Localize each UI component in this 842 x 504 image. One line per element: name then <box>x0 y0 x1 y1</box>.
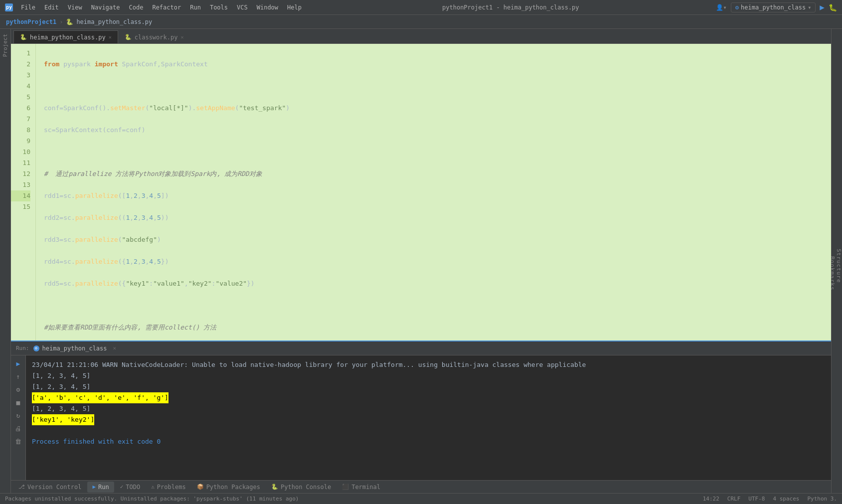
charset-indicator[interactable]: UTF-8 <box>748 496 765 502</box>
line-ending-indicator[interactable]: CRLF <box>727 496 741 502</box>
code-line-5 <box>44 147 831 158</box>
output-line-8: Process finished with exit code 0 <box>32 436 825 447</box>
tab-python-console[interactable]: 🐍 Python Console <box>266 482 336 493</box>
menu-code[interactable]: Code <box>125 3 148 12</box>
language-indicator[interactable]: Python 3. <box>807 496 837 502</box>
tab-version-control[interactable]: ⎇ Version Control <box>13 482 86 493</box>
line-num-10: 10 <box>11 147 30 158</box>
tab-python-packages[interactable]: 📦 Python Packages <box>192 482 265 493</box>
profile-icon[interactable]: 👤▾ <box>716 4 727 11</box>
run-config-dropdown[interactable]: ⚙ heima_python_class ▾ <box>731 2 816 12</box>
indent-indicator[interactable]: 4 spaces <box>773 496 799 502</box>
run-tab-label: heima_python_class <box>42 345 107 352</box>
code-line-10: rdd4=sc.parallelize({1,2,3,4,5}) <box>44 256 831 267</box>
code-line-1: from pyspark import SparkConf,SparkConte… <box>44 59 831 70</box>
code-line-12 <box>44 300 831 311</box>
menu-run[interactable]: Run <box>186 3 205 12</box>
tab-close-classwork[interactable]: ✕ <box>180 34 183 40</box>
tab-close-heima[interactable]: ✕ <box>109 34 112 40</box>
tab-label-todo: TODO <box>126 484 140 491</box>
run-rerun-btn[interactable]: ↻ <box>13 410 24 421</box>
structure-label[interactable]: Structure <box>836 249 842 283</box>
run-panel: Run: ⚙ heima_python_class ✕ ▶ ↑ ⚙ <box>11 340 831 480</box>
projectbar: pythonProject1 › 🐍 heima_python_class.py <box>0 15 842 29</box>
code-line-13: #如果要查看RDD里面有什么内容, 需要用collect() 方法 <box>44 322 831 333</box>
menu-help[interactable]: Help <box>283 3 306 12</box>
tab-todo[interactable]: ✓ TODO <box>115 482 146 493</box>
tab-terminal[interactable]: ⬛ Terminal <box>337 482 385 493</box>
output-line-2: [1, 2, 3, 4, 5] <box>32 370 825 381</box>
line-num-11: 11 <box>11 158 30 168</box>
output-normal-2: [1, 2, 3, 4, 5] <box>32 383 90 390</box>
run-scroll-up-btn[interactable]: ↑ <box>13 371 24 382</box>
menu-edit[interactable]: Edit <box>40 3 63 12</box>
tab-heima-python-class[interactable]: 🐍 heima_python_class.py ✕ <box>13 30 118 43</box>
tab-label-python-packages: Python Packages <box>206 484 260 491</box>
run-button[interactable]: ▶ <box>820 2 825 12</box>
run-clear-btn[interactable]: 🗑 <box>13 436 24 447</box>
project-sidebar-label[interactable]: Project <box>2 34 8 57</box>
tab-classwork[interactable]: 🐍 classwork.py ✕ <box>118 30 190 43</box>
code-line-7: rdd1=sc.parallelize([1,2,3,4,5]) <box>44 190 831 201</box>
editor-split: 🐍 heima_python_class.py ✕ 🐍 classwork.py… <box>11 29 831 480</box>
run-tab[interactable]: ⚙ heima_python_class ✕ <box>33 345 117 352</box>
run-tab-close[interactable]: ✕ <box>113 345 117 351</box>
code-section: 🐍 heima_python_class.py ✕ 🐍 classwork.py… <box>11 29 831 480</box>
run-print-btn[interactable]: 🖨 <box>13 423 24 434</box>
line-num-5: 5 <box>11 92 30 103</box>
code-editor[interactable]: 1 2 3 4 5 6 7 8 9 10 11 12 13 <box>11 44 831 340</box>
debug-button[interactable]: 🐛 <box>829 3 837 11</box>
tab-label-terminal: Terminal <box>351 484 380 491</box>
tab-icon-heima: 🐍 <box>20 34 27 40</box>
menu-window[interactable]: Window <box>253 3 282 12</box>
output-exit-text: Process finished with exit code 0 <box>32 438 161 445</box>
menu-file[interactable]: File <box>17 3 39 12</box>
problems-icon: ⚠ <box>151 484 155 490</box>
center-column: 🐍 heima_python_class.py ✕ 🐍 classwork.py… <box>11 29 831 493</box>
menu-vcs[interactable]: VCS <box>233 3 252 12</box>
run-tab-icon: ⚙ <box>33 345 39 351</box>
output-warning-text: 23/04/11 21:21:06 WARN NativeCodeLoader:… <box>32 361 586 368</box>
current-filename: heima_python_class.py <box>76 18 152 25</box>
output-highlight-2: ['key1', 'key2'] <box>32 414 94 425</box>
run-restart-btn[interactable]: ▶ <box>13 358 24 369</box>
output-line-6: ['key1', 'key2'] <box>32 414 825 425</box>
output-normal-3: [1, 2, 3, 4, 5] <box>32 405 90 412</box>
line-num-1: 1 <box>11 48 30 59</box>
tab-label-python-console: Python Console <box>281 484 331 491</box>
run-config-label: heima_python_class <box>741 4 806 11</box>
line-num-13: 13 <box>11 179 30 190</box>
code-line-11: rdd5=sc.parallelize({"key1":"value1","ke… <box>44 278 831 289</box>
run-output: 23/04/11 21:21:06 WARN NativeCodeLoader:… <box>26 355 831 480</box>
code-line-6: # 通过parallelize 方法将Python对象加载到Spark内, 成为… <box>44 168 831 179</box>
line-col-indicator[interactable]: 14:22 <box>703 496 719 502</box>
code-content[interactable]: from pyspark import SparkConf,SparkConte… <box>36 44 831 340</box>
line-num-9: 9 <box>11 136 30 147</box>
tab-problems[interactable]: ⚠ Problems <box>146 482 190 493</box>
code-line-8: rdd2=sc.parallelize((1,2,3,4,5)) <box>44 212 831 223</box>
structure-sidebar: Structure Bookmarks <box>831 29 842 493</box>
tab-run[interactable]: ▶ Run <box>87 482 114 493</box>
statusbar-message: Packages uninstalled successfully. Unins… <box>5 496 695 502</box>
menu-view[interactable]: View <box>64 3 86 12</box>
run-settings-btn[interactable]: ⚙ <box>13 384 24 395</box>
todo-icon: ✓ <box>120 484 124 490</box>
menu-navigate[interactable]: Navigate <box>87 3 124 12</box>
tab-label-version-control: Version Control <box>27 484 81 491</box>
tab-label-run: Run <box>98 484 109 491</box>
menu-refactor[interactable]: Refactor <box>148 3 185 12</box>
code-line-3: conf=SparkConf().setMaster("local[*]").s… <box>44 103 831 114</box>
code-line-2 <box>44 81 831 92</box>
statusbar: Packages uninstalled successfully. Unins… <box>0 493 842 504</box>
run-toolbar: ▶ ↑ ⚙ ■ ↻ 🖨 🗑 <box>11 355 26 480</box>
tab-icon-classwork: 🐍 <box>125 34 132 40</box>
titlebar-right: 👤▾ ⚙ heima_python_class ▾ ▶ 🐛 <box>716 2 837 12</box>
run-stop-btn[interactable]: ■ <box>13 397 24 408</box>
line-num-6: 6 <box>11 103 30 114</box>
run-panel-body: ▶ ↑ ⚙ ■ ↻ 🖨 🗑 23/04/11 21:21:06 WARN <box>11 355 831 480</box>
project-name: pythonProject1 <box>6 18 56 25</box>
output-line-5: [1, 2, 3, 4, 5] <box>32 403 825 414</box>
tab-label-classwork: classwork.py <box>135 34 178 41</box>
menu-tools[interactable]: Tools <box>206 3 232 12</box>
code-line-9: rdd3=sc.parallelize("abcdefg") <box>44 234 831 245</box>
